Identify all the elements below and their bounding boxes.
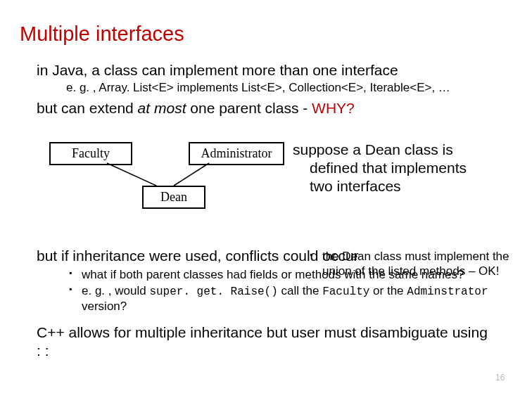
line-extend-atmost: but can extend at most one parent class … [37, 99, 512, 117]
svg-line-1 [174, 163, 209, 186]
text-why: WHY? [312, 100, 355, 116]
txt-call-the: call the [278, 284, 322, 297]
box-dean: Dean [142, 186, 205, 209]
page-number: 16 [495, 373, 505, 382]
box-faculty: Faculty [49, 142, 132, 165]
svg-line-0 [107, 163, 156, 186]
txt-version: version? [82, 300, 127, 313]
diagram-row: Faculty Administrator Dean suppose a Dea… [37, 138, 512, 215]
line-cpp: C++ allows for multiple inheritance but … [37, 323, 512, 361]
txt-cpp-allows: C++ allows for multiple inheritance but … [37, 324, 488, 340]
txt-eg-would: e. g. , would [82, 284, 149, 297]
inheritance-diagram: Faculty Administrator Dean [37, 138, 290, 215]
text-at-most: at most [138, 100, 186, 116]
suppose-text: suppose a Dean class is defined that imp… [293, 141, 467, 196]
suppose-line-1: suppose a Dean class is [293, 141, 467, 159]
code-super-getraise: super. get. Raise() [149, 285, 277, 298]
txt-or-the: or the [369, 284, 407, 297]
suppose-line-3: two interfaces [293, 177, 467, 195]
dean-bullet-block: the Dean class must implement the union … [20, 248, 512, 264]
slide: Multiple interfaces in Java, a class can… [0, 0, 532, 361]
line-java-implement: in Java, a class can implement more than… [37, 61, 512, 79]
code-administrator: Adminstrator [407, 285, 488, 298]
txt-scope-op: : : [37, 342, 49, 359]
code-faculty: Faculty [322, 285, 369, 298]
conflicts-bullet-list: what if both parent classes had fields o… [69, 267, 505, 314]
text-but-can-extend: but can extend [37, 100, 138, 116]
box-administrator: Administrator [189, 142, 284, 165]
bullet-same-names: what if both parent classes had fields o… [69, 267, 505, 282]
line-eg-arraylist: e. g. , Array. List<E> implements List<E… [66, 81, 512, 95]
suppose-line-2: defined that implements [293, 159, 467, 177]
slide-title: Multiple interfaces [20, 22, 512, 46]
text-one-parent: one parent class - [186, 100, 312, 116]
bullet-getraise: e. g. , would super. get. Raise() call t… [69, 283, 505, 314]
